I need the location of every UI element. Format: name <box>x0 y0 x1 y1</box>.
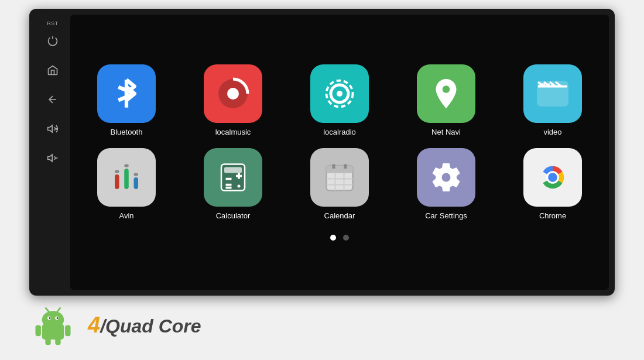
app-carsettings[interactable]: Car Settings <box>402 148 491 220</box>
quad-core-number: 4 <box>88 313 100 338</box>
video-icon-bg <box>523 64 582 123</box>
svg-point-8 <box>337 91 342 97</box>
apps-grid: Bluetooth localmusic <box>82 64 597 220</box>
chrome-icon-bg <box>523 148 582 207</box>
svg-point-46 <box>56 317 58 318</box>
svg-rect-15 <box>115 170 119 173</box>
svg-marker-3 <box>48 155 53 162</box>
app-avin[interactable]: Avin <box>82 148 171 220</box>
vol-down-button[interactable] <box>44 149 61 167</box>
page-dots <box>330 235 349 241</box>
localradio-icon-bg <box>310 64 369 123</box>
svg-rect-51 <box>45 337 50 345</box>
netnavi-label: Net Navi <box>431 128 461 136</box>
svg-rect-16 <box>124 169 129 189</box>
svg-rect-18 <box>134 177 139 189</box>
app-localradio[interactable]: localradio <box>295 64 384 136</box>
app-calendar[interactable]: Calendar <box>295 148 384 220</box>
quad-core-label: /Quad Core <box>100 316 201 337</box>
svg-rect-19 <box>134 173 139 176</box>
side-panel: RST <box>35 15 70 290</box>
svg-rect-50 <box>65 325 70 336</box>
bluetooth-icon-bg <box>97 64 156 123</box>
app-calculator[interactable]: Calculator <box>189 148 278 220</box>
back-button[interactable] <box>44 91 61 108</box>
localradio-label: localradio <box>323 128 356 136</box>
svg-rect-17 <box>124 164 129 167</box>
app-video[interactable]: video <box>508 64 597 136</box>
svg-rect-52 <box>55 337 60 345</box>
main-screen: Bluetooth localmusic <box>70 15 609 290</box>
avin-icon-bg <box>97 148 156 207</box>
localmusic-icon-bg <box>204 64 262 123</box>
android-logo <box>29 301 76 348</box>
svg-point-45 <box>49 317 50 318</box>
svg-rect-14 <box>115 174 119 189</box>
svg-point-42 <box>42 311 64 328</box>
rst-label: RST <box>47 20 59 26</box>
svg-rect-49 <box>35 325 40 336</box>
avin-label: Avin <box>119 211 133 220</box>
calendar-icon-bg <box>310 148 369 207</box>
calculator-icon-bg <box>204 148 262 207</box>
home-button[interactable] <box>44 61 61 79</box>
calculator-label: Calculator <box>216 211 251 220</box>
app-chrome[interactable]: Chrome <box>508 148 597 220</box>
localmusic-label: localmusic <box>215 128 251 136</box>
bluetooth-label: Bluetooth <box>111 128 143 136</box>
bottom-section: 4 /Quad Core <box>29 301 615 348</box>
carsettings-label: Car Settings <box>425 211 467 220</box>
svg-point-38 <box>442 173 451 181</box>
app-netnavi[interactable]: Net Navi <box>402 64 491 136</box>
svg-line-48 <box>57 308 60 311</box>
power-button[interactable] <box>44 32 61 50</box>
dot-1[interactable] <box>330 235 336 241</box>
svg-marker-0 <box>48 125 53 132</box>
chrome-label: Chrome <box>539 211 566 220</box>
svg-point-40 <box>548 173 557 182</box>
video-label: video <box>543 128 561 136</box>
svg-point-27 <box>238 184 241 187</box>
netnavi-icon-bg <box>417 64 475 123</box>
app-localmusic[interactable]: localmusic <box>189 64 278 136</box>
carsettings-icon-bg <box>417 148 475 207</box>
head-unit: RST <box>29 9 615 296</box>
svg-rect-21 <box>224 167 242 173</box>
svg-rect-30 <box>327 170 353 173</box>
svg-line-47 <box>46 308 49 311</box>
vol-up-button[interactable] <box>44 120 61 138</box>
svg-point-6 <box>227 88 239 100</box>
app-bluetooth[interactable]: Bluetooth <box>82 64 171 136</box>
calendar-label: Calendar <box>324 211 355 220</box>
dot-2[interactable] <box>343 235 349 241</box>
